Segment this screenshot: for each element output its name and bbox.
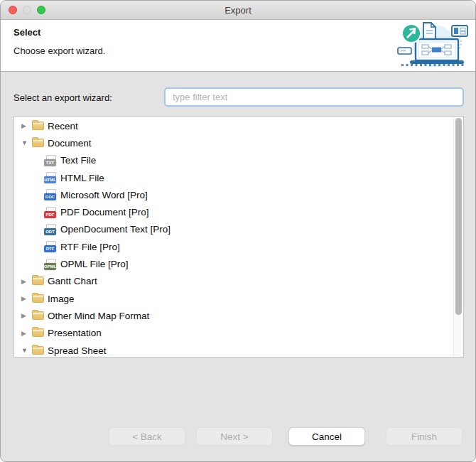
disclosure-triangle-icon[interactable]: ▼ [21,139,32,146]
cancel-button[interactable]: Cancel [288,427,365,446]
folder-icon [32,328,44,337]
tree-item[interactable]: ▶ Image [14,290,453,307]
tree-item-label: Other Mind Map Format [48,311,149,321]
tree-item-label: Presentation [48,328,102,338]
tree-item[interactable]: TXT Text File [14,152,453,169]
tree-list: ▶ Recent ▼ Document TXT Text File HTML H… [14,117,453,358]
tree-item[interactable]: ▼ Spread Sheet [14,342,453,358]
html-file-icon: HTML [44,172,57,183]
tree-item[interactable]: RTF RTF File [Pro] [14,238,453,255]
tree-item-label: OpenDocument Text [Pro] [60,224,171,235]
txt-file-icon: TXT [44,155,57,166]
export-wizard-tree: ▶ Recent ▼ Document TXT Text File HTML H… [13,116,464,358]
folder-icon [32,294,44,303]
export-dialog: Export Select Choose export wizard. [0,0,476,462]
finish-button[interactable]: Finish [386,427,463,446]
tree-item-label: Image [48,294,75,304]
opml-file-icon: OPML [44,259,57,270]
tree-item[interactable]: ▶ Recent [14,117,453,134]
tree-item-label: PDF Document [Pro] [60,207,149,217]
folder-icon [32,139,44,147]
tree-item[interactable]: HTML HTML File [14,169,453,186]
pdf-file-icon: PDF [44,207,57,218]
tree-item[interactable]: OPML OPML File [Pro] [14,255,453,272]
tree-item-label: Recent [48,121,78,131]
tree-item-label: Text File [60,155,96,166]
wizard-header: Select Choose export wizard. [1,20,475,72]
scrollbar-track[interactable] [453,117,463,357]
tree-item[interactable]: PDF PDF Document [Pro] [14,203,453,220]
page-title: Select [13,27,40,38]
tree-item[interactable]: ODT OpenDocument Text [Pro] [14,221,453,238]
tree-item[interactable]: DOC Microsoft Word [Pro] [14,186,453,203]
folder-icon [32,276,44,285]
disclosure-triangle-icon[interactable]: ▶ [21,312,32,319]
tree-item-label: OPML File [Pro] [60,259,129,269]
next-button[interactable]: Next > [196,427,273,446]
odt-file-icon: ODT [44,224,57,235]
disclosure-triangle-icon[interactable]: ▶ [21,330,32,337]
tree-item[interactable]: ▶ Presentation [14,325,453,342]
export-mindmap-illustration-icon [397,21,470,67]
tree-item-label: Gantt Chart [48,276,97,286]
tree-item-label: Spread Sheet [48,345,107,356]
disclosure-triangle-icon[interactable]: ▼ [21,347,32,354]
tree-item[interactable]: ▼ Document [14,134,453,151]
doc-file-icon: DOC [44,189,57,200]
folder-icon [32,346,44,355]
disclosure-triangle-icon[interactable]: ▶ [21,295,32,302]
scrollbar-thumb[interactable] [455,118,462,315]
tree-item[interactable]: ▶ Gantt Chart [14,273,453,290]
rtf-file-icon: RTF [44,241,57,252]
tree-item-label: Microsoft Word [Pro] [60,190,148,200]
back-button[interactable]: < Back [109,427,185,446]
window-title: Export [1,1,475,20]
disclosure-triangle-icon[interactable]: ▶ [21,278,32,285]
tree-item-label: Document [48,138,92,149]
folder-icon [32,122,44,130]
page-subtitle: Choose export wizard. [13,45,105,56]
disclosure-triangle-icon[interactable]: ▶ [21,122,32,129]
title-bar[interactable]: Export [1,1,475,20]
tree-item[interactable]: ▶ Other Mind Map Format [14,307,453,324]
filter-label: Select an export wizard: [13,92,112,103]
folder-icon [32,311,44,320]
tree-item-label: HTML File [60,173,104,183]
tree-item-label: RTF File [Pro] [60,242,120,252]
filter-input[interactable] [164,87,464,107]
